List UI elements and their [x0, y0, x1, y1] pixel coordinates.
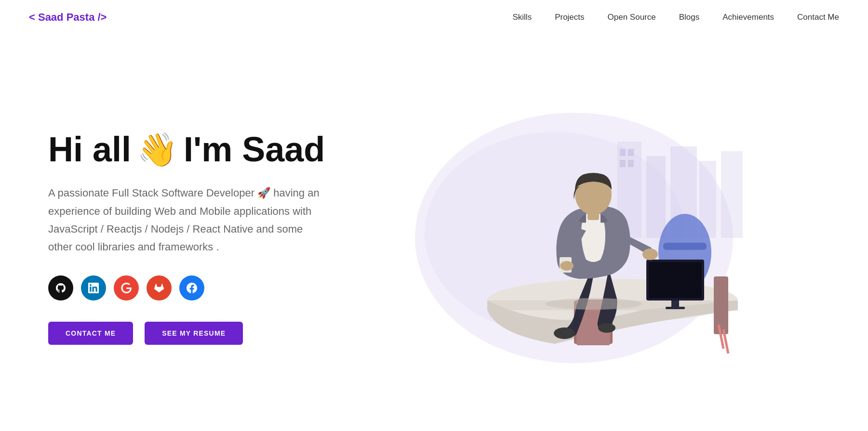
desk-scene-svg [386, 93, 762, 382]
nav-links-list: Skills Projects Open Source Blogs Achiev… [512, 13, 839, 22]
svg-rect-24 [671, 300, 679, 308]
name-text: I'm Saad [184, 131, 325, 169]
svg-rect-3 [646, 156, 666, 238]
svg-rect-19 [714, 276, 728, 334]
hero-buttons: CONTACT ME SEE MY RESUME [48, 322, 328, 345]
svg-rect-25 [666, 307, 685, 309]
svg-point-27 [598, 323, 615, 333]
navbar: < Saad Pasta /> Skills Projects Open Sou… [0, 0, 868, 35]
social-github[interactable] [48, 275, 73, 300]
greeting-text: Hi all [48, 131, 131, 169]
see-resume-button[interactable]: SEE MY RESUME [145, 322, 243, 345]
hero-title: Hi all 👋 I'm Saad [48, 131, 328, 169]
svg-rect-32 [588, 211, 599, 220]
svg-point-33 [545, 298, 641, 310]
social-google[interactable] [114, 275, 139, 300]
nav-link-projects[interactable]: Projects [555, 13, 584, 22]
contact-me-button[interactable]: CONTACT ME [48, 322, 133, 345]
illustration-container [386, 93, 762, 382]
svg-point-30 [560, 261, 574, 271]
svg-rect-10 [628, 160, 634, 167]
wave-emoji: 👋 [137, 131, 178, 168]
social-gitlab[interactable] [147, 275, 172, 300]
nav-link-contact[interactable]: Contact Me [797, 13, 839, 22]
nav-link-skills[interactable]: Skills [512, 13, 532, 22]
svg-rect-7 [620, 149, 626, 156]
nav-link-blogs[interactable]: Blogs [679, 13, 700, 22]
svg-point-26 [554, 327, 575, 339]
social-linkedin[interactable] [81, 275, 106, 300]
svg-rect-9 [620, 160, 626, 167]
svg-rect-23 [649, 262, 702, 298]
nav-logo[interactable]: < Saad Pasta /> [29, 11, 107, 24]
hero-description: A passionate Full Stack Software Develop… [48, 184, 328, 256]
svg-rect-6 [721, 151, 743, 238]
svg-rect-12 [663, 243, 707, 250]
hero-illustration [328, 93, 820, 382]
social-icons-row [48, 275, 328, 300]
social-facebook[interactable] [179, 275, 204, 300]
svg-point-28 [642, 248, 658, 260]
hero-left: Hi all 👋 I'm Saad A passionate Full Stac… [48, 131, 328, 345]
nav-link-achievements[interactable]: Achievements [722, 13, 774, 22]
nav-link-opensource[interactable]: Open Source [608, 13, 656, 22]
main-content: Hi all 👋 I'm Saad A passionate Full Stac… [0, 35, 868, 431]
svg-rect-8 [628, 149, 634, 156]
